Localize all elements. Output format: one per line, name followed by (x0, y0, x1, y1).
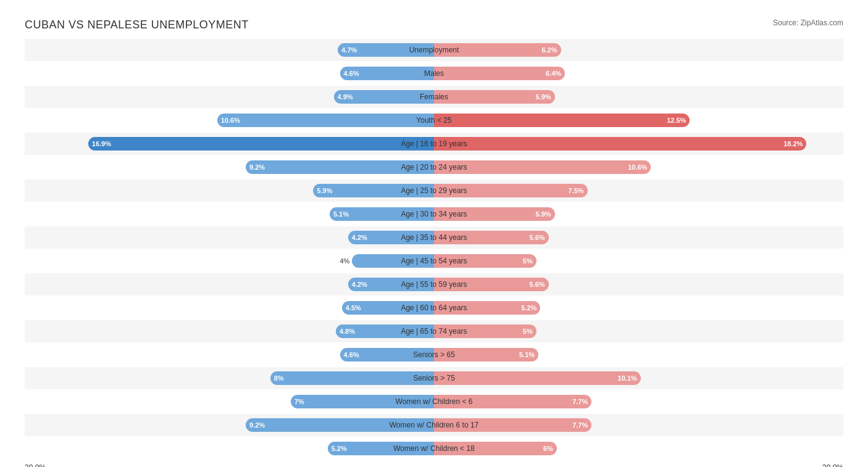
right-half: 7.7% (434, 391, 843, 413)
bar-cuban: 5.2% (328, 442, 434, 455)
axis-row: 20.0% 20.0% (25, 463, 843, 467)
chart-header: CUBAN VS NEPALESE UNEMPLOYMENT Source: Z… (25, 19, 843, 31)
chart-row: 4.6% 5.1% Seniors > 65 (25, 344, 843, 366)
bar-nepalese-label-inside: 7.7% (572, 421, 588, 429)
chart-row: 9.2% 10.6% Age | 20 to 24 years (25, 156, 843, 178)
bar-cuban: 4.6% (340, 348, 434, 362)
left-half: 5.1% (25, 203, 434, 225)
bar-nepalese: 18.2% (434, 137, 806, 151)
bar-cuban: 4.2% (348, 278, 434, 291)
bar-nepalese-label-inside: 5.6% (530, 234, 545, 241)
chart-row: 4.6% 6.4% Males (25, 62, 843, 85)
right-half: 5.6% (434, 226, 843, 249)
left-half: 4.6% (25, 62, 434, 85)
bar-cuban-label-inside: 10.6% (221, 117, 240, 124)
chart-row: 4.2% 5.6% Age | 35 to 44 years (25, 226, 843, 249)
left-half: 4.2% (25, 226, 434, 249)
bar-nepalese: 10.6% (434, 160, 651, 174)
chart-title: CUBAN VS NEPALESE UNEMPLOYMENT (25, 19, 249, 31)
left-half: 4.2% (25, 273, 434, 295)
bar-cuban: 9.2% (246, 160, 434, 174)
bar-cuban-label-inside: 4.5% (346, 304, 361, 312)
bar-nepalese: 5.9% (434, 207, 555, 221)
right-half: 7.5% (434, 180, 843, 202)
bar-nepalese-label-inside: 7.5% (569, 187, 584, 194)
right-half: 10.1% (434, 367, 843, 389)
bar-cuban: 10.6% (217, 114, 434, 127)
bar-nepalese-label-inside: 12.5% (667, 117, 686, 124)
bar-cuban-label-inside: 4.6% (344, 70, 359, 77)
right-half: 10.6% (434, 156, 843, 178)
bar-nepalese: 6% (434, 442, 557, 455)
bar-cuban-label-inside: 5.1% (333, 210, 349, 218)
chart-row: 16.9% 18.2% Age | 16 to 19 years (25, 133, 843, 155)
bar-nepalese: 7.7% (434, 395, 591, 408)
chart-row: 9.2% 7.7% Women w/ Children 6 to 17 (25, 414, 843, 436)
bar-cuban-label-inside: 4.9% (338, 93, 353, 101)
chart-row: 4.2% 5.6% Age | 55 to 59 years (25, 273, 843, 295)
left-half: 10.6% (25, 109, 434, 131)
bar-cuban: 4.7% (338, 43, 434, 57)
bar-nepalese: 5.6% (434, 278, 549, 291)
bar-nepalese: 12.5% (434, 114, 690, 127)
left-half: 16.9% (25, 133, 434, 155)
left-half: 4.9% (25, 86, 434, 108)
bar-nepalese: 5% (434, 324, 536, 338)
right-half: 7.7% (434, 414, 843, 436)
left-half: 9.2% (25, 414, 434, 436)
bar-nepalese: 5.2% (434, 301, 540, 315)
bar-cuban-label-inside: 7% (294, 398, 304, 405)
bar-nepalese: 7.5% (434, 184, 588, 197)
axis-label-right: 20.0% (822, 463, 843, 467)
bar-cuban: 4.2% (348, 231, 434, 244)
bar-cuban: 16.9% (88, 137, 434, 151)
bar-nepalese: 10.1% (434, 371, 641, 385)
left-half: 5.9% (25, 180, 434, 202)
bar-cuban-label-outside: 4% (340, 257, 350, 265)
axis-label-left: 20.0% (25, 463, 46, 467)
bar-nepalese-label-inside: 5.6% (530, 281, 545, 288)
bar-nepalese: 6.2% (434, 43, 561, 57)
chart-row: 4.9% 5.9% Females (25, 86, 843, 108)
bar-nepalese: 6.4% (434, 67, 565, 80)
bar-nepalese: 5.1% (434, 348, 538, 362)
left-half: 9.2% (25, 156, 434, 178)
right-half: 6.2% (434, 39, 843, 61)
bar-nepalese: 7.7% (434, 418, 591, 432)
left-half: 4.7% (25, 39, 434, 61)
bar-cuban: 4% (352, 254, 434, 268)
right-half: 6% (434, 437, 843, 460)
bar-nepalese: 5.9% (434, 90, 555, 104)
bar-cuban-label-inside: 4.7% (341, 46, 357, 54)
chart-row: 5.1% 5.9% Age | 30 to 34 years (25, 203, 843, 225)
left-half: 4% (25, 250, 434, 272)
bar-cuban-label-inside: 4.2% (352, 234, 367, 241)
chart-row: 4.5% 5.2% Age | 60 to 64 years (25, 297, 843, 319)
bar-cuban-label-inside: 8% (274, 374, 284, 382)
left-half: 7% (25, 391, 434, 413)
right-half: 5.6% (434, 273, 843, 295)
chart-row: 10.6% 12.5% Youth < 25 (25, 109, 843, 131)
bar-cuban: 8% (270, 371, 434, 385)
bar-nepalese-label-inside: 6.2% (541, 46, 557, 54)
right-half: 5% (434, 320, 843, 342)
bar-nepalese-label-inside: 7.7% (572, 398, 588, 405)
bar-nepalese-label-inside: 10.1% (618, 374, 637, 382)
bar-cuban-label-inside: 9.2% (249, 163, 265, 171)
bar-nepalese-label-inside: 5.9% (536, 93, 551, 101)
chart-row: 4.7% 6.2% Unemployment (25, 39, 843, 61)
bar-cuban-label-inside: 4.6% (344, 351, 359, 358)
bar-cuban: 4.6% (340, 67, 434, 80)
chart-row: 7% 7.7% Women w/ Children < 6 (25, 391, 843, 413)
chart-row: 4% 5% Age | 45 to 54 years (25, 250, 843, 272)
bar-cuban-label-inside: 16.9% (92, 140, 111, 147)
bar-cuban: 4.8% (336, 324, 434, 338)
left-half: 8% (25, 367, 434, 389)
bar-nepalese-label-inside: 10.6% (628, 163, 647, 171)
chart-row: 8% 10.1% Seniors > 75 (25, 367, 843, 389)
bar-nepalese: 5.6% (434, 231, 549, 244)
bar-cuban-label-inside: 9.2% (249, 421, 265, 429)
right-half: 5.1% (434, 344, 843, 366)
bar-nepalese-label-inside: 6.4% (546, 70, 561, 77)
left-half: 4.8% (25, 320, 434, 342)
